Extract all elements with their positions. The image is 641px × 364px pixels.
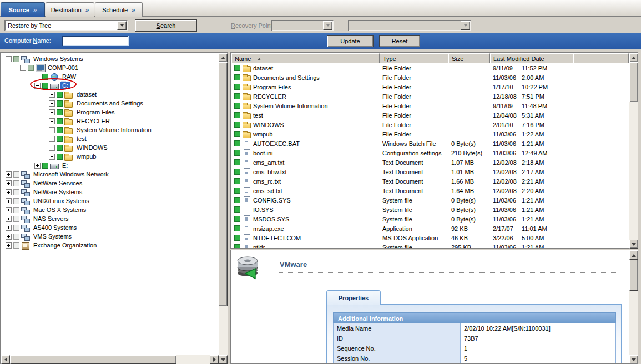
file-name-cell[interactable]: wmpub [231,130,380,138]
tree-item-label[interactable]: Mac OS X Systems [32,206,88,214]
tree-item[interactable]: VMS Systems [1,232,219,241]
tree-item-label[interactable]: VMS Systems [32,232,73,240]
file-name-cell[interactable]: cms_am.txt [231,159,380,166]
file-row[interactable]: dataset File Folder 9/11/0911:52 PM [231,63,629,73]
tree-item-label[interactable]: COMP-001 [46,64,80,72]
tree-checkbox[interactable] [13,198,19,204]
file-name-cell[interactable]: IO.SYS [231,206,380,213]
dropdown-arrow-button[interactable] [461,21,470,30]
file-checkbox[interactable] [234,178,240,184]
update-button[interactable]: Update [327,35,374,47]
tree-checkbox[interactable] [13,216,19,222]
tab-source[interactable]: Source » [1,2,45,17]
file-checkbox[interactable] [234,150,240,156]
file-name-cell[interactable]: RECYCLER [231,93,380,100]
tree-horizontal-scrollbar[interactable] [1,355,219,364]
tree-checkbox[interactable] [57,136,63,142]
scrollbar-thumb[interactable] [629,62,638,102]
tree-checkbox[interactable] [57,145,63,151]
file-checkbox[interactable] [234,216,240,222]
tree-expander[interactable] [49,127,55,133]
tree-item-label[interactable]: Exchange Organization [32,241,98,249]
file-checkbox[interactable] [234,169,240,175]
column-header-name[interactable]: Name [231,53,380,63]
tree-item[interactable]: WINDOWS [1,143,219,152]
file-row[interactable]: cms_am.txt Text Document 1.07 MB 12/02/0… [231,158,629,167]
tree-item-label[interactable]: System Volume Information [75,126,153,134]
file-checkbox[interactable] [234,65,240,71]
tree-expander[interactable] [49,92,55,98]
file-checkbox[interactable] [234,84,240,90]
tree-item[interactable]: COMP-001 [1,63,219,72]
tree-item[interactable]: C: [1,81,219,90]
tree-expander[interactable] [6,198,12,204]
tree-item[interactable]: NetWare Systems [1,188,219,196]
tree-expander[interactable] [49,100,55,107]
file-name-cell[interactable]: cms_sd.txt [231,187,380,194]
tree-expander[interactable] [49,118,55,124]
dropdown-arrow-button[interactable] [323,21,332,30]
scroll-down-button[interactable] [629,355,638,364]
tree-checkbox[interactable] [57,154,63,160]
file-name-cell[interactable]: WINDOWS [231,121,380,128]
tree-checkbox[interactable] [57,118,63,124]
file-name-cell[interactable]: Program Files [231,83,380,90]
computer-name-input[interactable] [62,36,129,46]
dropdown-arrow-button[interactable] [117,21,127,30]
recovery-point-session-dropdown[interactable] [348,20,471,31]
tree-item-label[interactable]: Documents and Settings [75,99,145,107]
tree-item-label[interactable]: wmpub [75,153,98,160]
tree-item[interactable]: test [1,134,219,143]
file-checkbox[interactable] [234,244,240,248]
tree-checkbox[interactable] [42,74,48,80]
tree-checkbox[interactable] [13,56,19,62]
tree-checkbox[interactable] [57,127,63,133]
tree-checkbox[interactable] [28,65,34,71]
tree-item[interactable]: Mac OS X Systems [1,205,219,214]
search-button[interactable]: Search [135,19,197,32]
tree-item[interactable]: RECYCLER [1,117,219,125]
file-checkbox[interactable] [234,93,240,99]
file-row[interactable]: cms_rc.txt Text Document 1.66 MB 12/02/0… [231,176,629,186]
tree-checkbox[interactable] [57,100,63,107]
tree-item[interactable]: wmpub [1,152,219,161]
file-name-cell[interactable]: dataset [231,64,380,72]
tree-expander[interactable] [6,56,12,62]
tree-expander[interactable] [49,154,55,160]
tree-item-label[interactable]: AS400 Systems [32,224,78,231]
list-vertical-scrollbar[interactable] [629,53,638,249]
tree-item[interactable]: Documents and Settings [1,99,219,108]
scrollbar-thumb[interactable] [629,260,638,291]
file-checkbox[interactable] [234,235,240,241]
tree-checkbox[interactable] [13,171,19,178]
restore-type-dropdown[interactable]: Restore by Tree [4,20,128,31]
tree-item-label[interactable]: E: [60,161,69,169]
file-row[interactable]: boot.ini Configuration settings 210 Byte… [231,148,629,158]
tree-expander[interactable] [6,216,12,222]
file-name-cell[interactable]: cms_rc.txt [231,178,380,185]
file-row[interactable]: msizap.exe Application 92 KB 2/17/0711:0… [231,224,629,233]
tree-item[interactable]: E: [1,161,219,170]
tree-checkbox[interactable] [57,92,63,98]
file-checkbox[interactable] [234,188,240,194]
tree-expander[interactable] [49,109,55,115]
file-name-cell[interactable]: cms_bhw.txt [231,168,380,175]
tree-expander[interactable] [34,83,41,89]
file-checkbox[interactable] [234,131,240,137]
tree-item[interactable]: UNIX/Linux Systems [1,196,219,205]
tree-item-label[interactable]: Program Files [75,108,116,116]
file-checkbox[interactable] [234,103,240,109]
file-row[interactable]: ntldr System file 295 KB 11/03/061:21 AM [231,242,629,248]
scrollbar-thumb[interactable] [219,62,228,306]
details-vertical-scrollbar[interactable] [629,251,638,364]
tree-expander[interactable] [49,136,55,142]
file-row[interactable]: Documents and Settings File Folder 11/03… [231,73,629,82]
scrollbar-thumb[interactable] [10,355,176,364]
file-checkbox[interactable] [234,206,240,213]
scroll-down-button[interactable] [629,240,638,249]
file-row[interactable]: cms_bhw.txt Text Document 1.01 MB 12/02/… [231,167,629,176]
scroll-up-button[interactable] [629,251,638,260]
file-name-cell[interactable]: Documents and Settings [231,74,380,81]
recovery-point-date-dropdown[interactable] [271,20,334,31]
tree-checkbox[interactable] [57,109,63,115]
